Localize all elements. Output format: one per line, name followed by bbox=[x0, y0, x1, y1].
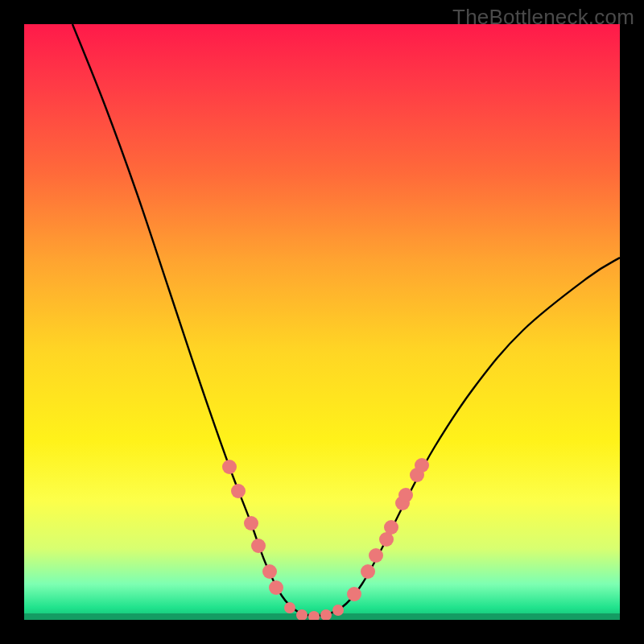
marker-dot bbox=[347, 587, 361, 601]
bottleneck-curve bbox=[72, 24, 620, 616]
marker-dot bbox=[320, 609, 332, 620]
marker-dot bbox=[332, 605, 344, 616]
marker-dot bbox=[262, 564, 277, 579]
marker-dot bbox=[284, 602, 295, 613]
marker-dot bbox=[269, 580, 283, 595]
curve-layer bbox=[24, 24, 620, 620]
marker-dot bbox=[231, 484, 246, 498]
marker-dot bbox=[361, 564, 375, 579]
marker-dot bbox=[251, 539, 266, 553]
chart-frame: TheBottleneck.com bbox=[0, 0, 644, 644]
watermark-text: TheBottleneck.com bbox=[452, 5, 634, 30]
marker-dot bbox=[308, 611, 320, 620]
marker-dot bbox=[369, 548, 383, 563]
marker-dot bbox=[384, 520, 398, 535]
marker-dot bbox=[415, 458, 429, 473]
marker-dot bbox=[222, 460, 237, 474]
curve-markers bbox=[222, 458, 429, 620]
marker-dot bbox=[398, 488, 413, 502]
marker-dot bbox=[244, 516, 258, 530]
